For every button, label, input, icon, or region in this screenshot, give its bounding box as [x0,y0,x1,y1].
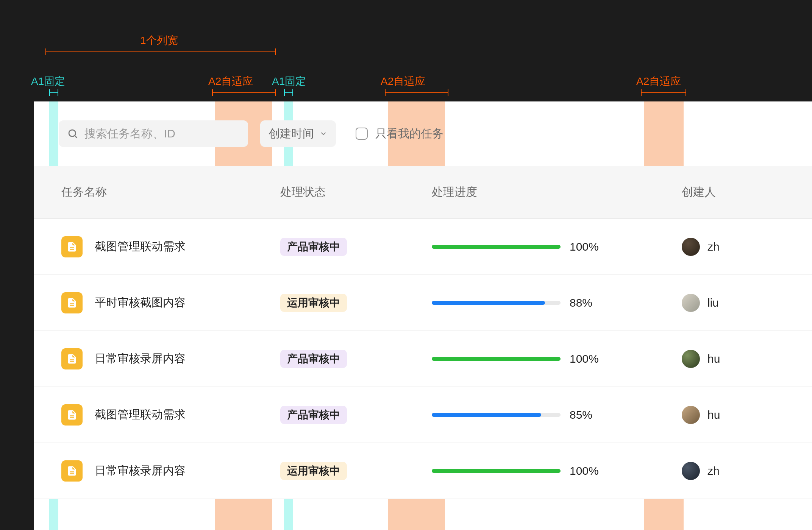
document-icon [61,236,83,257]
creator-name: hu [707,352,720,365]
cell-task-name: 平时审核截图内容 [34,292,273,313]
task-title: 截图管理联动需求 [95,407,186,422]
annotation-a2-adaptive-2-bracket [385,89,448,96]
cell-creator: liu [674,294,812,312]
document-icon [61,460,83,482]
creator-name: zh [707,240,720,253]
avatar [682,462,700,480]
col-header-creator: 创建人 [674,184,812,200]
search-icon [67,128,78,139]
document-icon [61,404,83,426]
cell-creator: hu [674,350,812,368]
annotation-a1-fixed-2: A1固定 [272,74,306,89]
status-badge: 产品审核中 [280,238,347,256]
annotation-a2-adaptive-3-bracket [641,89,686,96]
cell-task-name: 截图管理联动需求 [34,236,273,257]
filter-mine-toggle[interactable]: 只看我的任务 [348,120,451,147]
cell-progress: 100% [424,240,674,253]
col-header-status: 处理状态 [273,184,424,200]
creator-name: hu [707,408,720,421]
document-icon [61,348,83,369]
table-row[interactable]: 日常审核录屏内容 产品审核中 100% hu [34,331,812,387]
annotation-a1-fixed-1-bracket [49,89,58,96]
progress-bar [432,357,561,361]
search-input[interactable] [84,127,240,140]
col-header-name: 任务名称 [34,184,273,200]
cell-task-name: 日常审核录屏内容 [34,348,273,369]
progress-bar [432,469,561,473]
filter-mine-label: 只看我的任务 [375,126,443,142]
status-badge: 运用审核中 [280,294,347,312]
table-row[interactable]: 日常审核录屏内容 运用审核中 100% zh [34,443,812,499]
annotation-a1-fixed-2-bracket [284,89,293,96]
progress-percent: 88% [570,296,604,309]
cell-progress: 88% [424,296,674,309]
cell-progress: 100% [424,352,674,365]
progress-bar [432,301,561,305]
annotation-a2-adaptive-3: A2自适应 [636,74,681,89]
main-panel: 创建时间 只看我的任务 任务名称 处理状态 处理进度 创建人 [34,101,812,530]
table-header-row: 任务名称 处理状态 处理进度 创建人 [34,166,812,219]
progress-percent: 85% [570,408,604,421]
creator-name: zh [707,465,720,477]
cell-task-name: 截图管理联动需求 [34,404,273,426]
cell-progress: 85% [424,408,674,421]
cell-progress: 100% [424,465,674,477]
cell-creator: zh [674,462,812,480]
task-title: 日常审核录屏内容 [95,351,186,366]
avatar [682,238,700,256]
annotation-a1-fixed-1: A1固定 [31,74,65,89]
status-badge: 运用审核中 [280,462,347,480]
annotation-a2-adaptive-2: A2自适应 [381,74,425,89]
status-badge: 产品审核中 [280,406,347,424]
col-header-progress: 处理进度 [424,184,674,200]
annotation-a2-adaptive-1-bracket [212,89,276,96]
cell-status: 产品审核中 [273,406,424,424]
task-table: 任务名称 处理状态 处理进度 创建人 截图管理联动需求 产品审核中 100% z… [34,166,812,499]
annotation-col-width-label: 1个列宽 [140,33,178,48]
cell-task-name: 日常审核录屏内容 [34,460,273,482]
sort-dropdown-label: 创建时间 [269,126,314,142]
task-title: 日常审核录屏内容 [95,463,186,479]
cell-creator: zh [674,238,812,256]
checkbox-icon [356,128,368,140]
avatar [682,406,700,424]
cell-status: 产品审核中 [273,238,424,256]
avatar [682,350,700,368]
document-icon [61,292,83,313]
progress-bar [432,245,561,249]
cell-status: 运用审核中 [273,294,424,312]
search-input-wrapper[interactable] [59,120,248,147]
avatar [682,294,700,312]
progress-percent: 100% [570,465,604,477]
progress-percent: 100% [570,240,604,253]
svg-line-1 [75,136,77,138]
table-row[interactable]: 截图管理联动需求 产品审核中 85% hu [34,387,812,443]
annotation-col-width-bracket [45,48,276,55]
table-row[interactable]: 平时审核截图内容 运用审核中 88% liu [34,275,812,331]
task-title: 截图管理联动需求 [95,239,186,254]
sort-dropdown[interactable]: 创建时间 [260,120,336,147]
table-row[interactable]: 截图管理联动需求 产品审核中 100% zh [34,219,812,275]
chevron-down-icon [319,129,328,138]
cell-status: 产品审核中 [273,350,424,368]
status-badge: 产品审核中 [280,350,347,368]
creator-name: liu [707,296,719,309]
cell-creator: hu [674,406,812,424]
svg-point-0 [69,130,76,137]
task-title: 平时审核截图内容 [95,295,186,310]
progress-bar [432,413,561,417]
cell-status: 运用审核中 [273,462,424,480]
toolbar: 创建时间 只看我的任务 [59,120,797,147]
annotation-a2-adaptive-1: A2自适应 [208,74,253,89]
progress-percent: 100% [570,352,604,365]
